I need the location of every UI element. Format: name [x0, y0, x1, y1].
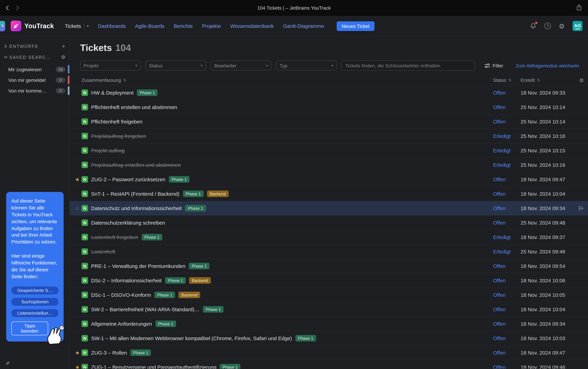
table-row[interactable]: N SnT-1 – RestAPI (Frontend / Backend) P… [70, 187, 588, 201]
nav-tickets[interactable]: Tickets [65, 23, 81, 29]
list-settings-gear-icon[interactable]: ⚙ [575, 77, 584, 83]
tag-phase-1[interactable]: Phase 1 [130, 349, 151, 356]
draft-pencil-icon[interactable]: ✎ [0, 21, 5, 31]
tip-button-suchoptionen[interactable]: Suchoptionen [11, 298, 59, 306]
search-input[interactable] [341, 61, 475, 71]
column-summary[interactable]: Zusammenfassung ⇅ [81, 78, 493, 83]
sort-icon[interactable]: ⇅ [508, 78, 511, 82]
sidebar-item-von-mir-komme[interactable]: Von mir komme…0 [0, 85, 70, 96]
ticket-status[interactable]: Erledigt [493, 249, 521, 255]
sidebar-item-mir-zugewiesen[interactable]: Mir zugewiesen16 [0, 64, 70, 75]
notifications-bell-icon[interactable] [530, 23, 537, 29]
table-row[interactable]: N HW & Deployment Phase 1 Offen 18 Nov. … [70, 86, 588, 100]
query-mode-link[interactable]: Zum Abfragemodus wechseln [516, 63, 579, 68]
nav-wissensdatenbank[interactable]: Wissensdatenbank [230, 23, 274, 29]
tag-backend[interactable]: Backend [207, 191, 229, 197]
ticket-title[interactable]: Lastenheft freigeben [91, 234, 138, 240]
new-ticket-button[interactable]: Neues Ticket [336, 21, 375, 31]
table-row[interactable]: N Pflichtenheft erstellen und abstimmen … [70, 100, 588, 114]
chevron-right-icon[interactable] [3, 44, 8, 48]
ticket-title[interactable]: Datenschutz und Informationssicherheit [91, 205, 182, 211]
ticket-title[interactable]: Projekt auftrag [91, 148, 125, 153]
tag-backend[interactable]: Backend [179, 292, 200, 298]
ticket-status[interactable]: Offen [493, 205, 521, 211]
table-row[interactable]: N Projekt auftrag Erledigt 25 Nov. 2024 … [70, 144, 588, 158]
ticket-status[interactable]: Erledigt [493, 148, 521, 153]
tag-phase-1[interactable]: Phase 1 [137, 89, 158, 96]
nav-projekte[interactable]: Projekte [202, 23, 221, 29]
dismiss-tips-button[interactable]: Tipps beenden [11, 321, 48, 335]
ticket-title[interactable]: ZUG-3 – Rollen [91, 350, 127, 356]
ticket-status[interactable]: Offen [493, 292, 521, 298]
table-row[interactable]: N Lastenheft freigeben Phase 1 Erledigt … [70, 230, 588, 245]
table-row[interactable]: ☆ N Datenschutz und Informationssicherhe… [70, 201, 588, 216]
tip-button-listeneinstellun[interactable]: Listeneinstellun… [11, 309, 59, 317]
ticket-title[interactable]: DSc-2 – Informationssicherheit [91, 277, 162, 283]
tag-phase-1[interactable]: Phase 1 [169, 176, 190, 183]
ticket-status[interactable]: Offen [493, 364, 521, 369]
table-row[interactable]: N PRE-1 – Verwaltung der Premiumkunden P… [70, 259, 588, 273]
table-row[interactable]: N Lastenheft Erledigt 25 Nov. 2024 09:46 [70, 245, 588, 259]
ticket-status[interactable]: Offen [493, 307, 521, 312]
help-icon[interactable]: ? [544, 23, 551, 29]
share-icon[interactable] [576, 4, 582, 12]
ticket-title[interactable]: ZUG-2 – Passwort zurücksetzen [91, 176, 165, 182]
ticket-title[interactable]: SnT-1 – RestAPI (Frontend / Backend) [91, 191, 180, 197]
ticket-status[interactable]: Erledigt [493, 234, 521, 240]
tag-phase-1[interactable]: Phase 1 [189, 263, 210, 269]
table-row[interactable]: N Pflichtenheft freigeben Offen 25 Nov. … [70, 114, 588, 129]
table-row[interactable]: ★ N ZUG-1 – Benutzername und Passwortaut… [70, 360, 588, 369]
table-row[interactable]: ★ N ZUG-2 – Passwort zurücksetzen Phase … [70, 172, 588, 187]
column-status[interactable]: Status ⇅ [493, 78, 521, 83]
star-icon[interactable]: ☆ [73, 205, 81, 211]
ticket-status[interactable]: Erledigt [493, 133, 521, 139]
chevron-down-icon[interactable] [3, 56, 8, 58]
back-icon[interactable] [6, 5, 9, 11]
tip-button-gespeicherte-s[interactable]: Gespeicherte S… [11, 286, 59, 294]
ticket-status[interactable]: Erledigt [493, 162, 521, 168]
table-row[interactable]: N Allgemeine Anforderungen Phase 1 Offen… [70, 317, 588, 331]
sidebar-section-drafts[interactable]: ENTWÜRFE + [0, 41, 70, 51]
ticket-status[interactable]: Offen [493, 90, 521, 96]
table-row[interactable]: N Datenschutzerklärung schreiben Offen 2… [70, 216, 588, 230]
youtrack-logo[interactable]: YouTrack [11, 21, 54, 31]
ticket-status[interactable]: Offen [493, 335, 521, 341]
nav-agile-boards[interactable]: Agile-Boards [135, 23, 164, 29]
table-row[interactable]: N DSc-2 – Informationssicherheit Phase 1… [70, 273, 588, 288]
ticket-status[interactable]: Offen [493, 350, 521, 356]
filter-bearbeiter[interactable]: Bearbeiter▾ [211, 61, 271, 71]
tag-backend[interactable]: Backend [189, 277, 211, 284]
open-ticket-icon[interactable] [578, 205, 584, 211]
ticket-status[interactable]: Offen [493, 263, 521, 269]
table-row[interactable]: ★ N ZUG-3 – Rollen Phase 1 Offen 18 Nov.… [70, 346, 588, 360]
tag-phase-1[interactable]: Phase 1 [165, 277, 186, 284]
ticket-status[interactable]: Offen [493, 277, 521, 283]
ticket-title[interactable]: PRE-1 – Verwaltung der Premiumkunden [91, 263, 185, 269]
ticket-title[interactable]: Pflichtenheft freigeben [91, 119, 142, 124]
star-icon[interactable]: ★ [73, 364, 81, 369]
nav-berichte[interactable]: Berichte [174, 23, 193, 29]
ticket-status[interactable]: Offen [493, 220, 521, 226]
ticket-status[interactable]: Offen [493, 191, 521, 197]
filter-projekt[interactable]: Projekt▾ [80, 61, 141, 71]
ticket-title[interactable]: Allgemeine Anforderungen [91, 321, 152, 327]
ticket-title[interactable]: DSc-1 – DSGVO-Konform [91, 292, 151, 298]
ticket-title[interactable]: ZUG-1 – Benutzername und Passwortauthent… [91, 364, 216, 369]
nav-dashboards[interactable]: Dashboards [98, 23, 126, 29]
nav-gantt-diagramme[interactable]: Gantt-Diagramme [283, 23, 324, 29]
pin-icon[interactable] [5, 361, 10, 366]
table-row[interactable]: N SW-1 – Mit allen Modernen Webbrowser k… [70, 331, 588, 346]
ticket-status[interactable]: Offen [493, 104, 521, 110]
sidebar-section-saved-searches[interactable]: SAVED SEARC… ⚙ [0, 51, 70, 62]
tag-phase-1[interactable]: Phase 1 [155, 320, 176, 327]
table-row[interactable]: N DSc-1 – DSGVO-Konform Phase 1Backend O… [70, 288, 588, 302]
tag-phase-1[interactable]: Phase 1 [185, 205, 206, 212]
sort-icon[interactable]: ⇅ [537, 78, 540, 82]
ticket-title[interactable]: Lastenheft [91, 249, 115, 255]
ticket-title[interactable]: Datenschutzerklärung schreiben [91, 220, 165, 226]
add-draft-icon[interactable]: + [62, 43, 65, 49]
table-row[interactable]: N Projektauftrag erstellen und abstimmen… [70, 158, 588, 172]
chevron-down-icon[interactable]: ▾ [87, 24, 89, 28]
table-row[interactable]: N Projektauftrag freigeben Erledigt 25 N… [70, 129, 588, 144]
ticket-title[interactable]: Projektauftrag erstellen und abstimmen [91, 162, 181, 168]
